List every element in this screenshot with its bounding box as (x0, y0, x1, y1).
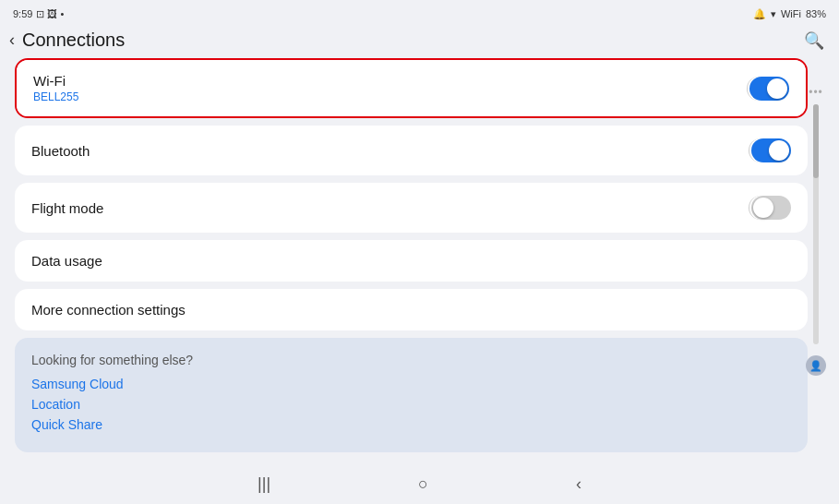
more-connection-card: More connection settings (15, 289, 808, 330)
page-title: Connections (22, 30, 125, 51)
battery-level: 83% (806, 8, 826, 19)
signal-icon: 🔔 (753, 8, 766, 20)
data-usage-setting-item[interactable]: Data usage (15, 240, 808, 282)
back-nav-button[interactable]: ‹ (576, 474, 581, 494)
scrollbar-thumb[interactable] (813, 104, 819, 178)
flight-mode-toggle[interactable] (749, 196, 791, 220)
wifi-toggle[interactable] (747, 77, 789, 101)
suggestions-card: Looking for something else? Samsung Clou… (15, 338, 808, 452)
recent-apps-button[interactable]: ||| (258, 474, 270, 494)
bluetooth-setting-item[interactable]: Bluetooth (15, 126, 808, 175)
wifi-card: Wi-Fi BELL255 (15, 58, 808, 118)
settings-list: Wi-Fi BELL255 Bluetooth (15, 58, 808, 460)
more-connection-title: More connection settings (31, 302, 186, 318)
wifi-icon: ▾ (771, 8, 776, 20)
scrollbar-dots-top: ••• (809, 86, 823, 99)
wifi-toggle-inner (749, 77, 789, 101)
header-left: ‹ Connections (9, 30, 125, 51)
header: ‹ Connections 🔍 (0, 26, 839, 58)
status-bar: 9:59 ⊡ 🖼 • 🔔 ▾ WiFi 83% (0, 0, 839, 26)
flight-mode-toggle-knob (753, 198, 773, 218)
search-icon[interactable]: 🔍 (804, 30, 824, 51)
bluetooth-toggle-knob (769, 140, 789, 161)
suggestions-heading: Looking for something else? (31, 353, 791, 367)
more-connection-content: More connection settings (31, 302, 186, 318)
status-time: 9:59 (13, 8, 32, 19)
wifi-setting-item[interactable]: Wi-Fi BELL255 (17, 60, 806, 116)
samsung-cloud-link[interactable]: Samsung Cloud (31, 377, 791, 391)
location-link[interactable]: Location (31, 397, 791, 412)
back-button[interactable]: ‹ (9, 30, 15, 50)
quick-share-link[interactable]: Quick Share (31, 417, 791, 432)
status-right: 🔔 ▾ WiFi 83% (753, 8, 826, 20)
status-left: 9:59 ⊡ 🖼 • (13, 8, 64, 20)
scrollbar-area: ••• 👤 (808, 58, 824, 460)
bluetooth-card: Bluetooth (15, 126, 808, 175)
wifi-toggle-knob (767, 78, 787, 99)
bluetooth-content: Bluetooth (31, 143, 90, 159)
flight-mode-content: Flight mode (31, 200, 103, 216)
wifi-subtitle: BELL255 (33, 90, 78, 103)
status-icons: ⊡ 🖼 • (36, 8, 64, 20)
flight-mode-card: Flight mode (15, 183, 808, 233)
home-button[interactable]: ○ (418, 474, 428, 494)
data-usage-card: Data usage (15, 240, 808, 282)
bluetooth-toggle-inner (751, 138, 791, 162)
bottom-nav: ||| ○ ‹ (0, 463, 839, 504)
scrollbar-track[interactable] (813, 104, 819, 344)
flight-mode-title: Flight mode (31, 200, 103, 216)
bluetooth-toggle[interactable] (749, 138, 791, 162)
more-connection-setting-item[interactable]: More connection settings (15, 289, 808, 330)
bluetooth-title: Bluetooth (31, 143, 90, 159)
wifi-content: Wi-Fi BELL255 (33, 73, 78, 103)
main-content: Wi-Fi BELL255 Bluetooth (0, 58, 839, 460)
data-usage-title: Data usage (31, 253, 102, 269)
wifi-signal-icon: WiFi (781, 8, 801, 19)
flight-mode-toggle-inner (751, 196, 791, 220)
flight-mode-setting-item[interactable]: Flight mode (15, 183, 808, 233)
scrollbar-person-icon: 👤 (806, 355, 826, 376)
wifi-title: Wi-Fi (33, 73, 78, 89)
data-usage-content: Data usage (31, 253, 102, 269)
